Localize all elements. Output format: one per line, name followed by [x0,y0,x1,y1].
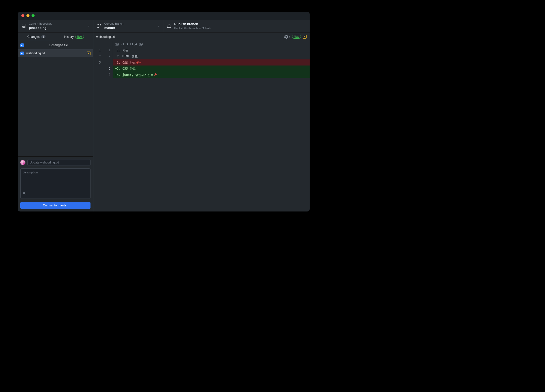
diff-hunk-header: @@ -1,3 +1,4 @@ [93,41,310,47]
diff-new-badge: New [292,35,301,39]
line-number-old [93,66,103,72]
tab-changes-label: Changes [27,35,40,39]
line-number-old: 3 [93,59,103,66]
tab-changes[interactable]: Changes 1 [18,32,55,41]
line-number-old: 1 [93,47,103,53]
toolbar: Current Repository pinkcoding ▾ Current … [18,20,310,32]
diff-header: webcoding.txt ▾ New [93,32,310,41]
select-all-checkbox[interactable] [20,43,24,47]
sidebar-tabs: Changes 1 History New [18,32,93,41]
diff-line[interactable]: 3-3. CSS 완료↵ [93,59,310,66]
branch-label: Current Branch [104,22,124,25]
repo-selector[interactable]: Current Repository pinkcoding ▾ [18,20,93,32]
changes-count-badge: 1 [41,35,46,38]
app-window: Current Repository pinkcoding ▾ Current … [18,12,310,211]
diff-line[interactable]: 4+4. jQuery 중반까지완료↵ [93,72,310,78]
repo-name: pinkcoding [29,26,52,30]
line-number-new: 3 [103,66,113,72]
git-branch-icon [97,24,101,28]
diff-line-content: -3. CSS 완료↵ [113,59,310,66]
line-number-new [103,59,113,66]
no-newline-marker-icon: ↵ [154,72,159,78]
toolbar-spacer [233,20,310,32]
file-modified-icon [87,52,90,55]
diff-line[interactable]: 22 2. HTML 완료 [93,53,310,59]
line-number-old [93,72,103,78]
window-close-button[interactable] [21,14,24,17]
commit-summary-input[interactable] [27,159,90,166]
file-checkbox[interactable] [20,52,24,55]
check-icon [21,44,23,46]
file-name: webcoding.txt [26,52,84,55]
branch-selector[interactable]: Current Branch master ▾ [93,20,163,32]
tab-history-label: History [64,35,74,39]
diff-table: @@ -1,3 +1,4 @@ 11 1. 서문22 2. HTML 완료3-3… [93,41,310,78]
line-number-new: 2 [103,53,113,59]
file-item[interactable]: webcoding.txt [18,49,93,57]
repo-label: Current Repository [29,22,52,25]
publish-title: Publish branch [174,22,210,26]
chevron-down-icon: ▾ [88,25,89,27]
line-number-new: 4 [103,72,113,78]
diff-line-content: 1. 서문 [113,47,310,53]
publish-button[interactable]: Publish branch Publish this branch to Gi… [163,20,233,32]
diff-modified-icon [303,35,307,39]
commit-button-branch: master [58,204,68,207]
commit-button[interactable]: Commit to master [20,202,90,209]
no-newline-marker-icon: ↵ [136,59,141,66]
sidebar: Changes 1 History New 1 changed file [18,32,93,211]
repo-icon [21,24,26,28]
publish-subtitle: Publish this branch to GitHub [174,26,210,30]
diff-settings-button[interactable]: ▾ [284,35,290,39]
diff-hunk-text: @@ -1,3 +1,4 @@ [113,41,310,47]
window-minimize-button[interactable] [26,14,29,17]
line-number-old: 2 [93,53,103,59]
diff-line-content: 2. HTML 완료 [113,53,310,59]
upload-icon [167,24,171,28]
file-list: webcoding.txt [18,49,93,156]
diff-line[interactable]: 11 1. 서문 [93,47,310,53]
add-coauthor-icon[interactable] [23,192,88,197]
avatar [20,160,25,165]
check-icon [21,52,23,55]
diff-panel: webcoding.txt ▾ New @@ -1,3 +1,4 @@ [93,32,310,211]
changes-header-text: 1 changed file [26,43,90,47]
history-new-badge: New [75,35,84,39]
commit-panel: Description Commit to master [18,156,93,211]
diff-line[interactable]: 3+3. CSS 완료 [93,66,310,72]
commit-button-prefix: Commit to [43,204,58,207]
chevron-down-icon: ▾ [158,25,159,27]
diff-line-content: +4. jQuery 중반까지완료↵ [113,72,310,78]
changes-header: 1 changed file [18,41,93,49]
commit-description-input[interactable]: Description [20,168,90,199]
window-zoom-button[interactable] [32,14,35,17]
tab-history[interactable]: History New [55,32,93,41]
diff-line-content: +3. CSS 완료 [113,66,310,72]
line-number-new: 1 [103,47,113,53]
diff-filename: webcoding.txt [96,35,115,39]
description-placeholder: Description [23,171,88,174]
titlebar [18,12,310,20]
branch-name: master [104,26,124,30]
gear-icon [284,35,288,39]
